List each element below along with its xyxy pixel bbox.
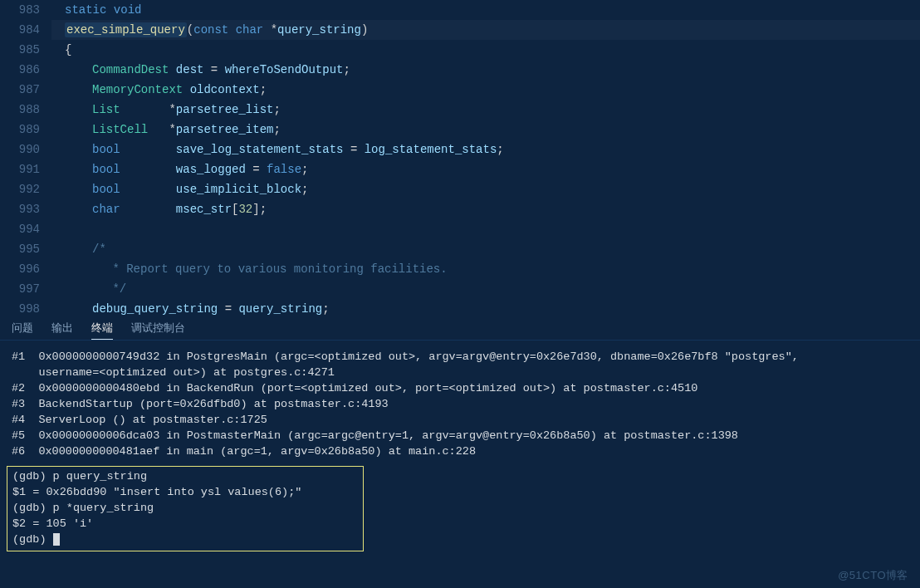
terminal-output[interactable]: #1 0x0000000000749d32 in PostgresMain (a… (0, 341, 920, 463)
code-line[interactable]: 995/* (0, 239, 920, 259)
code-line[interactable]: 991bool was_logged = false; (0, 159, 920, 179)
code-content[interactable]: exec_simple_query(const char *query_stri… (51, 20, 920, 40)
gdb-line: (gdb) p query_string (12, 468, 358, 484)
panel-tab[interactable]: 终端 (91, 321, 113, 340)
code-line[interactable]: 994 (0, 219, 920, 239)
code-line[interactable]: 984exec_simple_query(const char *query_s… (0, 20, 920, 40)
code-content[interactable]: List *parsetree_list; (51, 100, 920, 120)
code-content[interactable]: bool was_logged = false; (51, 159, 920, 179)
code-content[interactable]: */ (51, 279, 920, 299)
line-number: 987 (0, 80, 51, 100)
terminal-cursor (53, 533, 60, 546)
gdb-line: (gdb) p *query_string (12, 500, 358, 516)
code-line[interactable]: 990bool save_log_statement_stats = log_s… (0, 140, 920, 159)
code-content[interactable]: { (51, 40, 920, 60)
code-content[interactable]: MemoryContext oldcontext; (51, 80, 920, 100)
code-line[interactable]: 993char msec_str[32]; (0, 199, 920, 219)
code-content[interactable]: bool use_implicit_block; (51, 179, 920, 199)
gdb-highlight-box[interactable]: (gdb) p query_string$1 = 0x26bdd90 "inse… (7, 466, 364, 551)
code-line[interactable]: 987MemoryContext oldcontext; (0, 80, 920, 100)
line-number: 996 (0, 259, 51, 279)
panel-tab[interactable]: 问题 (12, 321, 33, 340)
line-number: 989 (0, 120, 51, 140)
bottom-panel: 问题输出终端调试控制台 #1 0x0000000000749d32 in Pos… (0, 316, 920, 551)
panel-tabs: 问题输出终端调试控制台 (0, 316, 920, 341)
code-line[interactable]: 985{ (0, 40, 920, 60)
code-content[interactable]: CommandDest dest = whereToSendOutput; (51, 60, 920, 80)
line-number: 991 (0, 159, 51, 179)
line-number: 993 (0, 199, 51, 219)
line-number: 984 (0, 20, 51, 40)
code-content[interactable] (51, 219, 920, 239)
code-line[interactable]: 983static void (0, 0, 920, 20)
line-number: 998 (0, 299, 51, 316)
line-number: 992 (0, 179, 51, 199)
code-content[interactable]: static void (51, 0, 920, 20)
line-number: 997 (0, 279, 51, 299)
code-line[interactable]: 989ListCell *parsetree_item; (0, 120, 920, 140)
watermark: @51CTO博客 (838, 568, 908, 583)
gdb-line: $1 = 0x26bdd90 "insert into ysl values(6… (12, 484, 358, 500)
line-number: 990 (0, 140, 51, 159)
code-content[interactable]: bool save_log_statement_stats = log_stat… (51, 140, 920, 159)
code-line[interactable]: 997 */ (0, 279, 920, 299)
code-content[interactable]: debug_query_string = query_string; (51, 299, 920, 316)
panel-tab[interactable]: 调试控制台 (131, 321, 185, 340)
code-content[interactable]: char msec_str[32]; (51, 199, 920, 219)
code-line[interactable]: 996 * Report query to various monitoring… (0, 259, 920, 279)
code-content[interactable]: /* (51, 239, 920, 259)
code-content[interactable]: * Report query to various monitoring fac… (51, 259, 920, 279)
line-number: 995 (0, 239, 51, 259)
code-line[interactable]: 988List *parsetree_list; (0, 100, 920, 120)
line-number: 994 (0, 219, 51, 239)
code-line[interactable]: 992bool use_implicit_block; (0, 179, 920, 199)
code-content[interactable]: ListCell *parsetree_item; (51, 120, 920, 140)
gdb-line: (gdb) (12, 532, 358, 547)
panel-tab[interactable]: 输出 (51, 321, 73, 340)
code-line[interactable]: 998debug_query_string = query_string; (0, 299, 920, 316)
line-number: 985 (0, 40, 51, 60)
gdb-line: $2 = 105 'i' (12, 516, 358, 532)
line-number: 986 (0, 60, 51, 80)
line-number: 988 (0, 100, 51, 120)
code-line[interactable]: 986CommandDest dest = whereToSendOutput; (0, 60, 920, 80)
code-editor[interactable]: 983static void984exec_simple_query(const… (0, 0, 920, 316)
line-number: 983 (0, 0, 51, 20)
